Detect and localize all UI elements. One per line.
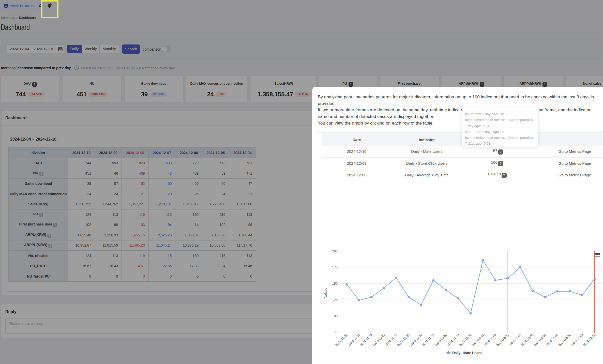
svg-text:100: 100 [332,314,338,318]
svg-text:2024-12-10: 2024-12-10 [582,333,596,347]
svg-text:75: 75 [334,330,338,334]
svg-text:Values: Values [324,288,327,298]
svg-text:2024-12-06: 2024-12-06 [533,333,547,347]
svg-text:150: 150 [332,282,338,285]
svg-text:2024-12-03: 2024-12-03 [496,333,510,347]
svg-text:2024-12-02: 2024-12-02 [483,333,497,347]
svg-text:2024-12-08: 2024-12-08 [557,333,571,347]
svg-text:Daily - Mate Users: Daily - Mate Users [452,351,482,355]
svg-text:200: 200 [332,249,338,253]
svg-text:2024-11-21: 2024-11-21 [347,333,361,347]
svg-text:2024-11-22: 2024-11-22 [359,333,373,347]
svg-text:2024-11-25: 2024-11-25 [397,333,410,347]
svg-text:175: 175 [332,265,338,269]
svg-text:2024-12-01: 2024-12-01 [471,333,485,347]
svg-text:2024-12-09: 2024-12-09 [570,333,584,347]
svg-text:2024-11-27: 2024-11-27 [421,333,435,347]
svg-text:125: 125 [332,298,338,302]
svg-text:2024-11-29: 2024-11-29 [446,333,460,347]
svg-text:2024-12-07: 2024-12-07 [545,333,559,347]
svg-text:2024-11-20: 2024-11-20 [335,333,348,347]
svg-text:2024-11-26: 2024-11-26 [409,333,423,347]
svg-text:2024-11-24: 2024-11-24 [384,333,398,347]
svg-text:2024-12-05: 2024-12-05 [520,333,534,347]
svg-text:2024-11-28: 2024-11-28 [434,333,447,347]
svg-text:2024-11-30: 2024-11-30 [459,333,472,347]
svg-text:2024-11-23: 2024-11-23 [372,333,385,347]
svg-text:2024-12-04: 2024-12-04 [508,333,522,347]
